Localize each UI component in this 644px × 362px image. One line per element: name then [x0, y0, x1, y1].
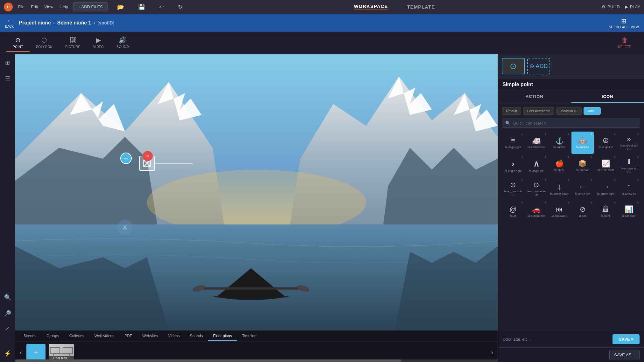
- menu-help[interactable]: Help: [60, 4, 68, 9]
- play-button[interactable]: ▶ PLAY: [625, 4, 640, 9]
- back-button[interactable]: ← BACK: [5, 17, 14, 28]
- tab-videos[interactable]: Videos: [163, 332, 185, 341]
- star-icon: ★: [613, 178, 616, 181]
- filter-font-awesome[interactable]: Font Awesome: [523, 107, 555, 115]
- filter-add[interactable]: Add...: [584, 107, 601, 115]
- icon-angle-right[interactable]: ★ › fa-angle-right: [502, 154, 524, 177]
- tab-floor-plans[interactable]: Floor plans: [208, 332, 237, 341]
- open-folder-button[interactable]: 📂: [113, 2, 129, 12]
- project-name[interactable]: Project name: [19, 20, 51, 26]
- menu-view[interactable]: View: [44, 4, 53, 9]
- point-name-input[interactable]: [502, 82, 640, 87]
- thumb-add-button[interactable]: ⊕ ADD: [527, 58, 550, 74]
- icon-search-input[interactable]: [513, 121, 637, 126]
- tab-web-videos[interactable]: Web videos: [89, 332, 119, 341]
- icon-android[interactable]: ★ 🤖 fa-android: [571, 132, 594, 154]
- icon-label: fa-apple: [554, 168, 565, 172]
- star-icon: ★: [521, 133, 523, 136]
- tool-video[interactable]: ▶ VIDEO: [87, 34, 110, 52]
- tab-timeline[interactable]: Timeline: [237, 332, 262, 341]
- tab-pdf[interactable]: PDF: [119, 332, 137, 341]
- spot-move-handle[interactable]: ✛: [120, 153, 132, 164]
- spot-delete-button[interactable]: ✕: [143, 151, 153, 161]
- sidebar-scenes-icon[interactable]: ⊞: [3, 57, 12, 68]
- tab-groups[interactable]: Groups: [41, 332, 64, 341]
- icon-arrow-circle-up[interactable]: ★ ⊙ fa-arrow-circle-up: [525, 177, 548, 200]
- sidebar-layers-icon[interactable]: ☰: [3, 73, 12, 84]
- build-button[interactable]: ⚙ BUILD: [602, 4, 620, 9]
- build-label: BUILD: [607, 4, 620, 9]
- prev-button[interactable]: ‹: [18, 347, 23, 357]
- icon-ambulance[interactable]: ★ 🚑 fa-ambulance: [525, 132, 548, 154]
- zoom-out-icon[interactable]: 🔎: [2, 308, 13, 319]
- icon-automobile[interactable]: ★ 🚗 fa-automobile: [525, 200, 548, 222]
- point-icon: ⊙: [15, 36, 21, 44]
- tab-websites[interactable]: Websites: [137, 332, 163, 341]
- icon-arrow-right[interactable]: ★ → fa-arrow-right: [594, 177, 617, 200]
- icon-arrow-left[interactable]: ★ ← fa-arrow-left: [571, 177, 594, 200]
- next-button[interactable]: ›: [490, 347, 494, 357]
- save-button[interactable]: 💾: [134, 2, 150, 12]
- icon-glyph: 🚗: [532, 205, 541, 214]
- spot-id[interactable]: [spotID]: [97, 20, 114, 25]
- icon-align-right[interactable]: ★ ≡ fa-align-right: [502, 132, 524, 154]
- icon-archive[interactable]: ★ 📦 fa-archive: [571, 154, 594, 177]
- menu-file[interactable]: File: [18, 4, 24, 9]
- tool-polygon[interactable]: ⬡ POLYGON: [30, 34, 59, 52]
- save-as-button[interactable]: SAVE AS...: [609, 350, 640, 360]
- icon-label: fa-area-chart: [598, 168, 614, 172]
- scroll-handle[interactable]: [15, 359, 401, 362]
- add-files-button[interactable]: + ADD FILES: [73, 2, 108, 11]
- menu-edit[interactable]: Edit: [31, 4, 38, 9]
- zoom-in-icon[interactable]: 🔍: [2, 292, 13, 303]
- icon-anchor[interactable]: ★ ⚓ fa-anchor: [548, 132, 571, 154]
- thumb-active[interactable]: ⊙: [502, 58, 525, 74]
- thumbnail-floor-plan-1[interactable]: Floor plan 1: [49, 344, 74, 360]
- filter-default[interactable]: Default: [502, 107, 521, 115]
- undo-button[interactable]: ↩: [155, 2, 168, 12]
- canvas-area[interactable]: ✛ ✕ ⚔ Scenes Groups Galleries Web videos: [15, 54, 498, 362]
- icon-ban[interactable]: ★ ⊘ fa-ban: [571, 200, 594, 222]
- icon-angellist[interactable]: ★ ☮ fa-angellist: [594, 132, 617, 154]
- icon-arrow-up[interactable]: ★ ↑ fa-arrow-up: [618, 177, 640, 200]
- icon-bar-chart[interactable]: ★ 📊 fa-bar-chart: [618, 200, 640, 222]
- star-icon: ★: [567, 133, 570, 136]
- icon-apple[interactable]: ★ 🍎 fa-apple: [548, 154, 571, 177]
- spot-marker[interactable]: ✛ ✕: [139, 156, 155, 171]
- icon-arrow-circle-down[interactable]: ★ ⬇ fa-arrow-circle...: [618, 154, 640, 177]
- play-label: PLAY: [630, 4, 640, 9]
- zoom-fit-icon[interactable]: ⤢: [4, 324, 11, 333]
- save-button[interactable]: SAVE ▾: [612, 334, 640, 344]
- tool-sound[interactable]: 🔊 SOUND: [110, 34, 135, 52]
- tab-template[interactable]: TEMPLATE: [407, 4, 435, 10]
- filter-material-d[interactable]: Material D.: [556, 107, 581, 115]
- tab-scenes[interactable]: Scenes: [18, 332, 41, 341]
- svg-text:P: P: [7, 5, 9, 9]
- tool-delete[interactable]: 🗑 DELETE: [612, 34, 638, 52]
- tabs-content: ‹ + Floor plan 1 ›: [15, 342, 498, 362]
- redo-button[interactable]: ↻: [173, 2, 187, 12]
- scene-name[interactable]: Scene name 1: [57, 20, 91, 26]
- icon-backward[interactable]: ★ ⏮ fa-backward: [548, 200, 571, 222]
- tool-picture[interactable]: 🖼 PICTURE: [59, 34, 87, 52]
- icon-arrow-down[interactable]: ★ ↓ fa-arrow-down: [548, 177, 571, 200]
- icon-bank[interactable]: ★ 🏛 fa-bank: [594, 200, 617, 222]
- tab-action[interactable]: ACTION: [498, 91, 571, 103]
- scroll-bar[interactable]: [15, 359, 498, 362]
- set-default-view-button[interactable]: ⊞ SET DEFAULT VIEW: [609, 17, 639, 29]
- filter-icon[interactable]: ⚡: [2, 348, 13, 359]
- icon-at[interactable]: ★ @ fa-at: [502, 200, 524, 222]
- tab-icon[interactable]: ICON: [571, 91, 644, 103]
- kayak-marker[interactable]: ⚔: [117, 219, 133, 235]
- icon-toolbar: ⊙ POINT ⬡ POLYGON 🖼 PICTURE ▶ VIDEO 🔊 SO…: [0, 32, 644, 54]
- tab-galleries[interactable]: Galleries: [64, 332, 89, 341]
- thumbnail-add[interactable]: +: [26, 344, 46, 360]
- icon-angle-up[interactable]: ★ ∧ fa-angle-up: [525, 154, 548, 177]
- icon-area-chart[interactable]: ★ 📈 fa-area-chart: [594, 154, 617, 177]
- svg-rect-27: [53, 354, 69, 357]
- icon-angle-double[interactable]: ★ » fa-angle-double...: [618, 132, 640, 154]
- tab-workspace[interactable]: WORKSPACE: [354, 3, 388, 10]
- icon-arrow-circle-c[interactable]: ★ ⊕ fa-arrow-circle-...: [502, 177, 524, 200]
- tool-point[interactable]: ⊙ POINT: [6, 34, 30, 52]
- tab-sounds[interactable]: Sounds: [185, 332, 208, 341]
